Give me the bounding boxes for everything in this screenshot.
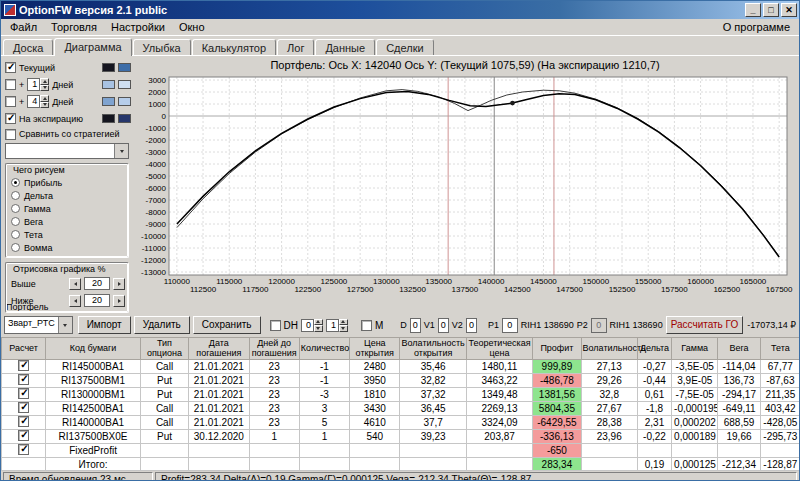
payoff-chart[interactable]: 3000200010000-1000-2000-3000-4000-5000-6…	[133, 73, 797, 297]
v1-field[interactable]: 0	[438, 318, 449, 333]
import-button[interactable]: Импорт	[78, 316, 131, 334]
cell-qty: -1	[299, 360, 349, 374]
cell-days: 1	[249, 430, 299, 444]
tab-Лог[interactable]: Лог	[277, 39, 314, 55]
p1-field[interactable]: 0	[502, 318, 518, 333]
minimize-button[interactable]: _	[745, 3, 761, 17]
radio-icon[interactable]	[11, 230, 20, 239]
d-field[interactable]: 0	[410, 318, 421, 333]
expiration-color-swatch-2[interactable]	[118, 114, 131, 123]
current-color-swatch-2[interactable]	[118, 63, 131, 72]
dh2-down-icon[interactable]	[339, 325, 348, 332]
days-1-value[interactable]: 1	[27, 78, 40, 91]
v2-field[interactable]: 0	[466, 318, 477, 333]
days-2-color-swatch-2[interactable]	[118, 97, 131, 106]
days-1-color-swatch-2[interactable]	[118, 80, 131, 89]
menu-item-Настройки[interactable]: Настройки	[104, 20, 172, 34]
expiration-color-swatch-1[interactable]	[102, 114, 115, 123]
radio-icon[interactable]	[11, 217, 20, 226]
svg-text:2000: 2000	[148, 88, 166, 97]
row-checkbox[interactable]	[18, 416, 29, 427]
below-decrease-icon[interactable]	[69, 295, 81, 307]
maximize-button[interactable]: □	[763, 3, 779, 17]
row-checkbox[interactable]	[18, 388, 29, 399]
tab-Доска[interactable]: Доска	[3, 39, 53, 55]
days-2-stepper[interactable]: 4	[27, 95, 49, 108]
titlebar[interactable]: OptionFW версия 2.1 public _ □ ✕	[1, 1, 799, 19]
tab-Данные[interactable]: Данные	[315, 39, 375, 55]
svg-text:0: 0	[162, 112, 167, 121]
plus-days-2-checkbox[interactable]	[5, 96, 16, 107]
row-checkbox[interactable]	[18, 444, 29, 455]
above-increase-icon[interactable]	[113, 278, 125, 290]
dh-checkbox[interactable]	[270, 320, 281, 331]
cell-maturity: 21.01.2021	[189, 374, 249, 388]
days-2-label: Дней	[52, 97, 73, 107]
menu-item-Торговля[interactable]: Торговля	[44, 20, 104, 34]
plus-days-1-checkbox[interactable]	[5, 79, 16, 90]
compare-strategy-checkbox[interactable]	[5, 129, 16, 140]
dh-stepper-1-value[interactable]: 0	[301, 319, 314, 332]
radio-icon[interactable]	[11, 191, 20, 200]
positions-table: РасчетКод бумагиТип опционаДата погашени…	[1, 337, 800, 471]
menu-item-Окно[interactable]: Окно	[172, 20, 212, 34]
row-checkbox[interactable]	[18, 430, 29, 441]
below-value[interactable]: 20	[84, 294, 110, 307]
portfolio-select[interactable]: Зварт_РТС	[4, 316, 73, 334]
svg-text:-3000: -3000	[146, 148, 167, 157]
row-checkbox[interactable]	[18, 360, 29, 371]
calc-go-button[interactable]: Рассчитать ГО	[666, 316, 744, 334]
svg-text:122500: 122500	[294, 285, 321, 294]
radio-Гамма[interactable]: Гамма	[11, 202, 125, 215]
above-value[interactable]: 20	[84, 277, 110, 290]
radio-icon[interactable]	[11, 178, 20, 187]
window-title: OptionFW версия 2.1 public	[19, 4, 745, 16]
close-button[interactable]: ✕	[781, 3, 797, 17]
radio-icon[interactable]	[11, 204, 20, 213]
days-1-down-icon[interactable]	[40, 85, 49, 92]
cell-theo_price	[466, 444, 532, 458]
below-increase-icon[interactable]	[113, 295, 125, 307]
expiration-checkbox[interactable]	[5, 113, 16, 124]
menu-item-about[interactable]: О программе	[716, 20, 797, 34]
svg-text:150000: 150000	[582, 277, 609, 286]
dh-stepper-1[interactable]: 0	[301, 319, 323, 332]
chevron-down-icon[interactable]	[114, 144, 128, 158]
row-checkbox[interactable]	[18, 402, 29, 413]
days-1-stepper[interactable]: 1	[27, 78, 49, 91]
menubar: ФайлТорговляНастройкиОкно О программе	[1, 19, 799, 36]
radio-icon[interactable]	[11, 243, 20, 252]
days-1-color-swatch-1[interactable]	[102, 80, 115, 89]
save-button[interactable]: Сохранить	[193, 316, 261, 334]
tabbar: ДоскаДиаграммаУлыбкаКалькуляторЛогДанные…	[1, 36, 799, 56]
above-decrease-icon[interactable]	[69, 278, 81, 290]
current-checkbox[interactable]	[5, 62, 16, 73]
radio-Вега[interactable]: Вега	[11, 215, 125, 228]
radio-Вомма[interactable]: Вомма	[11, 241, 125, 254]
current-color-swatch-1[interactable]	[102, 63, 115, 72]
chevron-down-icon[interactable]	[58, 317, 72, 333]
days-2-value[interactable]: 4	[27, 95, 40, 108]
tab-Калькулятор[interactable]: Калькулятор	[192, 39, 276, 55]
tab-Улыбка[interactable]: Улыбка	[133, 39, 191, 55]
days-2-down-icon[interactable]	[40, 102, 49, 109]
radio-Тета[interactable]: Тета	[11, 228, 125, 241]
cell-gamma: -7,5E-05	[672, 388, 718, 402]
row-checkbox[interactable]	[18, 374, 29, 385]
tab-Сделки[interactable]: Сделки	[376, 39, 434, 55]
strategy-select[interactable]	[5, 143, 129, 159]
tab-Диаграмма[interactable]: Диаграмма	[54, 38, 131, 56]
menu-item-Файл[interactable]: Файл	[3, 20, 44, 34]
svg-text:127500: 127500	[347, 285, 374, 294]
dh-stepper-2-value[interactable]: 1	[326, 319, 339, 332]
m-checkbox[interactable]	[361, 320, 372, 331]
days-2-color-swatch-1[interactable]	[102, 97, 115, 106]
dh1-down-icon[interactable]	[314, 325, 323, 332]
svg-text:152500: 152500	[609, 285, 636, 294]
dh-stepper-2[interactable]: 1	[326, 319, 348, 332]
cell-delta: -0,22	[637, 430, 671, 444]
radio-Дельта[interactable]: Дельта	[11, 189, 125, 202]
svg-text:-10000: -10000	[141, 232, 166, 241]
radio-Прибыль[interactable]: Прибыль	[11, 176, 125, 189]
delete-button[interactable]: Удалить	[134, 316, 190, 334]
